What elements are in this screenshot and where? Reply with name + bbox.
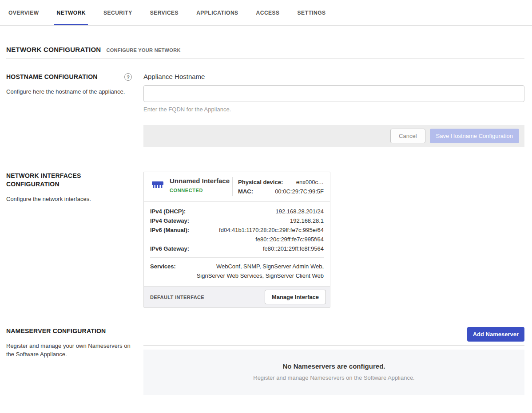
- tab-network[interactable]: NETWORK: [54, 0, 88, 25]
- hostname-heading: HOSTNAME CONFIGURATION: [6, 73, 98, 81]
- default-interface-badge: DEFAULT INTERFACE: [150, 295, 204, 300]
- hostname-form: Appliance Hostname Enter the FQDN for th…: [143, 73, 524, 147]
- ipv4-gateway-value: 192.168.28.1: [189, 216, 324, 225]
- ipv4-gateway-label: IPv4 Gateway:: [150, 216, 189, 225]
- nameserver-empty-subtitle: Register and manage Nameservers on the S…: [152, 374, 516, 381]
- interface-name: Unnamed Interface: [170, 177, 230, 185]
- network-interfaces-section: NETWORK INTERFACES CONFIGURATION Configu…: [6, 172, 524, 308]
- hostname-section-intro: HOSTNAME CONFIGURATION ? Configure here …: [6, 73, 143, 147]
- nameserver-description: Register and manage your own Nameservers…: [6, 342, 133, 359]
- ipv6-gateway-label: IPv6 Gateway:: [150, 244, 189, 253]
- hostname-section: HOSTNAME CONFIGURATION ? Configure here …: [6, 73, 524, 147]
- mac-label: MAC:: [238, 187, 253, 196]
- nameserver-empty-state: No Nameservers are configured. Register …: [143, 350, 524, 395]
- help-icon[interactable]: ?: [124, 73, 132, 81]
- nameserver-empty-title: No Nameservers are configured.: [152, 362, 516, 370]
- interface-card-body: IPv4 (DHCP): 192.168.28.201/24 IPv4 Gate…: [144, 202, 330, 286]
- nameserver-toolbar: Add Nameserver: [143, 327, 524, 342]
- interface-status-badge: CONNECTED: [170, 188, 230, 193]
- nameserver-divider: [143, 345, 524, 346]
- interfaces-description: Configure the network interfaces.: [6, 195, 133, 204]
- nameserver-heading: NAMESERVER CONFIGURATION: [6, 327, 108, 335]
- header-divider: [232, 177, 233, 196]
- physical-device-label: Physical device:: [238, 177, 283, 187]
- ipv4-gateway-row: IPv4 Gateway: 192.168.28.1: [150, 216, 324, 225]
- appliance-hostname-help-text: Enter the FQDN for the Appliance.: [143, 106, 524, 113]
- page-title: NETWORK CONFIGURATION: [6, 46, 101, 53]
- ipv4-dhcp-label: IPv4 (DHCP):: [150, 207, 186, 216]
- hostname-action-bar: Cancel Save Hostname Configuration: [143, 125, 524, 147]
- appliance-hostname-input[interactable]: [143, 85, 524, 102]
- interfaces-section-intro: NETWORK INTERFACES CONFIGURATION Configu…: [6, 172, 143, 308]
- appliance-hostname-label: Appliance Hostname: [143, 73, 524, 80]
- tab-access[interactable]: ACCESS: [254, 0, 282, 25]
- hostname-description: Configure here the hostname of the appli…: [6, 87, 133, 96]
- interface-card-footer: DEFAULT INTERFACE Manage Interface: [144, 286, 330, 307]
- nameserver-section: NAMESERVER CONFIGURATION Register and ma…: [6, 327, 524, 395]
- network-interface-icon: [151, 179, 164, 191]
- physical-device-value: enx000c…: [296, 177, 324, 187]
- ipv6-gateway-row: IPv6 Gateway: fe80::201:29ff:fe8f:9564: [150, 244, 324, 253]
- services-label: Services:: [150, 262, 176, 280]
- ipv6-manual-value-1: fd04:41b1:1170:28:20c:29ff:fe7c:995e/64: [219, 227, 324, 233]
- services-value: WebConf, SNMP, SignServer Admin Web, Sig…: [187, 262, 324, 280]
- page-divider: [6, 59, 524, 59]
- mac-value: 00:0C:29:7C:99:5F: [275, 187, 324, 196]
- tab-settings[interactable]: SETTINGS: [295, 0, 328, 25]
- tab-services[interactable]: SERVICES: [148, 0, 181, 25]
- tab-applications[interactable]: APPLICATIONS: [194, 0, 240, 25]
- page-header: NETWORK CONFIGURATION CONFIGURE YOUR NET…: [6, 46, 524, 53]
- nameserver-section-intro: NAMESERVER CONFIGURATION Register and ma…: [6, 327, 143, 395]
- services-row: Services: WebConf, SNMP, SignServer Admi…: [150, 262, 324, 280]
- page-content: NETWORK CONFIGURATION CONFIGURE YOUR NET…: [0, 46, 532, 395]
- ipv6-manual-row: IPv6 (Manual): fd04:41b1:1170:28:20c:29f…: [150, 225, 324, 244]
- top-nav: OVERVIEW NETWORK SECURITY SERVICES APPLI…: [0, 0, 532, 26]
- services-divider: [150, 257, 324, 258]
- manage-interface-button[interactable]: Manage Interface: [265, 290, 326, 304]
- interface-card-header: Unnamed Interface CONNECTED Physical dev…: [144, 172, 330, 202]
- ipv4-dhcp-row: IPv4 (DHCP): 192.168.28.201/24: [150, 207, 324, 216]
- interface-card: Unnamed Interface CONNECTED Physical dev…: [143, 172, 330, 308]
- ipv6-gateway-value: fe80::201:29ff:fe8f:9564: [189, 244, 324, 253]
- add-nameserver-button[interactable]: Add Nameserver: [467, 327, 524, 342]
- page-subtitle: CONFIGURE YOUR NETWORK: [107, 47, 181, 53]
- tab-overview[interactable]: OVERVIEW: [6, 0, 41, 25]
- ipv6-manual-label: IPv6 (Manual):: [150, 225, 189, 244]
- save-hostname-button[interactable]: Save Hostname Configuration: [430, 129, 519, 143]
- cancel-button[interactable]: Cancel: [390, 129, 425, 143]
- interfaces-heading: NETWORK INTERFACES CONFIGURATION: [6, 172, 108, 189]
- tab-security[interactable]: SECURITY: [101, 0, 135, 25]
- ipv4-dhcp-value: 192.168.28.201/24: [186, 207, 324, 216]
- ipv6-manual-value-2: fe80::20c:29ff:fe7c:995f/64: [255, 236, 324, 243]
